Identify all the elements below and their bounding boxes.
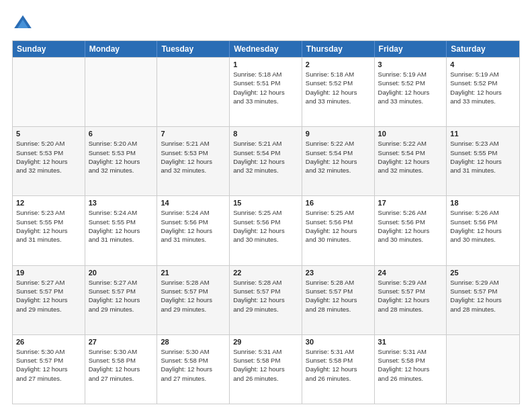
cell-info: Sunrise: 5:29 AM Sunset: 5:57 PM Dayligh… [378,278,443,314]
cell-info: Sunrise: 5:31 AM Sunset: 5:58 PM Dayligh… [378,347,443,383]
cell-info: Sunrise: 5:21 AM Sunset: 5:53 PM Dayligh… [161,139,226,175]
header [12,12,520,34]
day-number: 17 [378,199,443,207]
calendar-cell: 21Sunrise: 5:28 AM Sunset: 5:57 PM Dayli… [157,266,230,334]
calendar-cell: 5Sunrise: 5:20 AM Sunset: 5:53 PM Daylig… [13,127,85,195]
logo-icon [12,12,34,34]
day-number: 2 [306,60,371,68]
calendar-cell: 19Sunrise: 5:27 AM Sunset: 5:57 PM Dayli… [13,266,85,334]
calendar-cell: 9Sunrise: 5:22 AM Sunset: 5:54 PM Daylig… [302,127,375,195]
calendar-cell: 11Sunrise: 5:23 AM Sunset: 5:55 PM Dayli… [447,127,519,195]
calendar: SundayMondayTuesdayWednesdayThursdayFrid… [12,40,520,404]
calendar-cell [13,58,85,126]
calendar-cell: 31Sunrise: 5:31 AM Sunset: 5:58 PM Dayli… [375,335,447,404]
day-number: 25 [450,269,516,277]
calendar-cell [447,335,519,404]
cell-info: Sunrise: 5:31 AM Sunset: 5:58 PM Dayligh… [233,347,298,383]
cell-info: Sunrise: 5:24 AM Sunset: 5:56 PM Dayligh… [161,208,226,244]
cell-info: Sunrise: 5:18 AM Sunset: 5:51 PM Dayligh… [233,70,298,105]
weekday-header: Sunday [13,41,85,57]
cell-info: Sunrise: 5:22 AM Sunset: 5:54 PM Dayligh… [378,139,443,175]
calendar-cell [85,58,158,126]
day-number: 26 [16,338,81,346]
calendar-row: 5Sunrise: 5:20 AM Sunset: 5:53 PM Daylig… [13,126,519,195]
cell-info: Sunrise: 5:30 AM Sunset: 5:58 PM Dayligh… [89,347,154,383]
day-number: 16 [306,199,371,207]
calendar-cell: 6Sunrise: 5:20 AM Sunset: 5:53 PM Daylig… [85,127,158,195]
cell-info: Sunrise: 5:18 AM Sunset: 5:52 PM Dayligh… [306,70,371,105]
cell-info: Sunrise: 5:21 AM Sunset: 5:54 PM Dayligh… [233,139,298,175]
calendar-cell: 26Sunrise: 5:30 AM Sunset: 5:57 PM Dayli… [13,335,85,404]
cell-info: Sunrise: 5:20 AM Sunset: 5:53 PM Dayligh… [89,139,154,175]
calendar-cell: 8Sunrise: 5:21 AM Sunset: 5:54 PM Daylig… [230,127,302,195]
calendar-body: 1Sunrise: 5:18 AM Sunset: 5:51 PM Daylig… [13,57,519,404]
cell-info: Sunrise: 5:19 AM Sunset: 5:52 PM Dayligh… [378,70,443,105]
calendar-cell: 2Sunrise: 5:18 AM Sunset: 5:52 PM Daylig… [302,58,375,126]
calendar-cell: 15Sunrise: 5:25 AM Sunset: 5:56 PM Dayli… [230,196,302,265]
cell-info: Sunrise: 5:25 AM Sunset: 5:56 PM Dayligh… [306,208,371,244]
cell-info: Sunrise: 5:28 AM Sunset: 5:57 PM Dayligh… [306,278,371,314]
calendar-cell: 22Sunrise: 5:28 AM Sunset: 5:57 PM Dayli… [230,266,302,334]
cell-info: Sunrise: 5:29 AM Sunset: 5:57 PM Dayligh… [450,278,516,314]
day-number: 1 [233,60,298,68]
calendar-cell: 25Sunrise: 5:29 AM Sunset: 5:57 PM Dayli… [447,266,519,334]
calendar-row: 26Sunrise: 5:30 AM Sunset: 5:57 PM Dayli… [13,334,519,404]
day-number: 8 [233,130,298,138]
weekday-header: Monday [85,41,158,57]
day-number: 10 [378,130,443,138]
calendar-cell: 24Sunrise: 5:29 AM Sunset: 5:57 PM Dayli… [375,266,447,334]
day-number: 7 [161,130,226,138]
cell-info: Sunrise: 5:27 AM Sunset: 5:57 PM Dayligh… [89,278,154,314]
day-number: 28 [161,338,226,346]
day-number: 6 [89,130,154,138]
weekday-header: Thursday [302,41,375,57]
calendar-cell [157,58,230,126]
weekday-header: Tuesday [157,41,230,57]
calendar-cell: 27Sunrise: 5:30 AM Sunset: 5:58 PM Dayli… [85,335,158,404]
day-number: 14 [161,199,226,207]
day-number: 12 [16,199,81,207]
day-number: 19 [16,269,81,277]
day-number: 30 [306,338,371,346]
day-number: 15 [233,199,298,207]
day-number: 22 [233,269,298,277]
calendar-cell: 14Sunrise: 5:24 AM Sunset: 5:56 PM Dayli… [157,196,230,265]
cell-info: Sunrise: 5:26 AM Sunset: 5:56 PM Dayligh… [378,208,443,244]
calendar-row: 12Sunrise: 5:23 AM Sunset: 5:55 PM Dayli… [13,195,519,265]
day-number: 20 [89,269,154,277]
calendar-cell: 28Sunrise: 5:30 AM Sunset: 5:58 PM Dayli… [157,335,230,404]
weekday-header: Wednesday [230,41,302,57]
day-number: 5 [16,130,81,138]
day-number: 3 [378,60,443,68]
calendar-cell: 16Sunrise: 5:25 AM Sunset: 5:56 PM Dayli… [302,196,375,265]
cell-info: Sunrise: 5:23 AM Sunset: 5:55 PM Dayligh… [450,139,516,175]
cell-info: Sunrise: 5:28 AM Sunset: 5:57 PM Dayligh… [161,278,226,314]
day-number: 9 [306,130,371,138]
cell-info: Sunrise: 5:30 AM Sunset: 5:58 PM Dayligh… [161,347,226,383]
calendar-cell: 17Sunrise: 5:26 AM Sunset: 5:56 PM Dayli… [375,196,447,265]
calendar-cell: 13Sunrise: 5:24 AM Sunset: 5:55 PM Dayli… [85,196,158,265]
day-number: 29 [233,338,298,346]
day-number: 27 [89,338,154,346]
calendar-cell: 23Sunrise: 5:28 AM Sunset: 5:57 PM Dayli… [302,266,375,334]
cell-info: Sunrise: 5:28 AM Sunset: 5:57 PM Dayligh… [233,278,298,314]
cell-info: Sunrise: 5:27 AM Sunset: 5:57 PM Dayligh… [16,278,81,314]
calendar-cell: 7Sunrise: 5:21 AM Sunset: 5:53 PM Daylig… [157,127,230,195]
calendar-row: 1Sunrise: 5:18 AM Sunset: 5:51 PM Daylig… [13,57,519,126]
calendar-cell: 12Sunrise: 5:23 AM Sunset: 5:55 PM Dayli… [13,196,85,265]
page: SundayMondayTuesdayWednesdayThursdayFrid… [0,0,532,411]
cell-info: Sunrise: 5:26 AM Sunset: 5:56 PM Dayligh… [450,208,516,244]
calendar-cell: 20Sunrise: 5:27 AM Sunset: 5:57 PM Dayli… [85,266,158,334]
calendar-cell: 1Sunrise: 5:18 AM Sunset: 5:51 PM Daylig… [230,58,302,126]
calendar-cell: 10Sunrise: 5:22 AM Sunset: 5:54 PM Dayli… [375,127,447,195]
cell-info: Sunrise: 5:19 AM Sunset: 5:52 PM Dayligh… [450,70,516,105]
calendar-cell: 3Sunrise: 5:19 AM Sunset: 5:52 PM Daylig… [375,58,447,126]
cell-info: Sunrise: 5:22 AM Sunset: 5:54 PM Dayligh… [306,139,371,175]
day-number: 18 [450,199,516,207]
calendar-header: SundayMondayTuesdayWednesdayThursdayFrid… [13,41,519,57]
day-number: 31 [378,338,443,346]
calendar-cell: 4Sunrise: 5:19 AM Sunset: 5:52 PM Daylig… [447,58,519,126]
cell-info: Sunrise: 5:23 AM Sunset: 5:55 PM Dayligh… [16,208,81,244]
cell-info: Sunrise: 5:31 AM Sunset: 5:58 PM Dayligh… [306,347,371,383]
cell-info: Sunrise: 5:30 AM Sunset: 5:57 PM Dayligh… [16,347,81,383]
